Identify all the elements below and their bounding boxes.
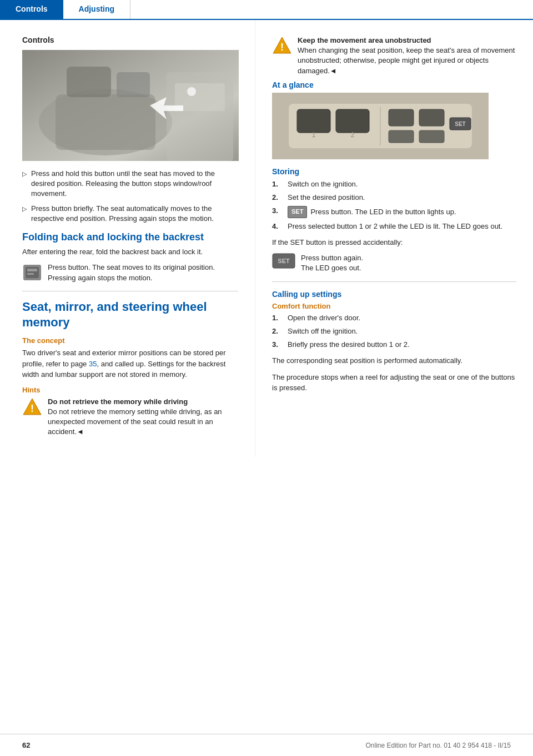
at-glance-heading: At a glance <box>272 80 516 89</box>
movement-warning-text: Keep the movement area unobstructed When… <box>298 36 516 76</box>
step-3: 3. SET Press button. The LED in the butt… <box>272 206 516 218</box>
footer-text: Online Edition for Part no. 01 40 2 954 … <box>365 742 511 749</box>
fold-info-text: Press button. The seat moves to its orig… <box>48 263 238 283</box>
comfort-text-1: The corresponding seat position is perfo… <box>272 355 516 366</box>
main-content: Controls <box>0 20 533 457</box>
calling-heading: Calling up settings <box>272 290 516 299</box>
svg-rect-23 <box>389 109 414 126</box>
set-button-image: SET <box>288 206 307 218</box>
warning-triangle-icon: ! <box>22 397 42 417</box>
seat-memory-heading: Seat, mirror, and steering wheel memory <box>22 299 238 331</box>
fold-info-box: Press button. The seat moves to its orig… <box>22 263 238 283</box>
comfort-heading: Comfort function <box>272 302 516 310</box>
svg-rect-13 <box>27 273 34 275</box>
set-button-box: SET Press button again. The LED goes out… <box>272 253 516 273</box>
comfort-steps: 1. Open the driver's door. 2. Switch off… <box>272 313 516 350</box>
svg-rect-26 <box>419 130 444 143</box>
svg-text:1: 1 <box>312 131 316 139</box>
page-number: 62 <box>22 741 30 749</box>
warning-triangle-icon-2: ! <box>272 36 292 56</box>
hints-heading: Hints <box>22 386 238 394</box>
svg-rect-12 <box>27 269 37 271</box>
svg-text:!: ! <box>280 42 284 53</box>
svg-point-7 <box>187 87 196 96</box>
svg-rect-3 <box>56 94 155 150</box>
car-interior-image <box>22 50 239 161</box>
page-link[interactable]: 35 <box>89 360 97 368</box>
info-icon <box>22 264 42 281</box>
svg-rect-9 <box>117 72 150 97</box>
movement-warning-box: ! Keep the movement area unobstructed Wh… <box>272 36 516 76</box>
comfort-text-2: The procedure stops when a reel for adju… <box>272 372 516 394</box>
set-box-text: Press button again. The LED goes out. <box>301 253 363 273</box>
comfort-step-1: 1. Open the driver's door. <box>272 313 516 323</box>
comfort-step-3: 3. Briefly press the desired button 1 or… <box>272 340 516 350</box>
concept-text: Two driver's seat and exterior mirror po… <box>22 347 238 380</box>
bullet-list: Press and hold this button until the sea… <box>22 169 238 224</box>
storing-heading: Storing <box>272 167 516 176</box>
page-footer: 62 Online Edition for Part no. 01 40 2 9… <box>0 734 533 756</box>
hints-warning-box: ! Do not retrieve the memory while drivi… <box>22 397 238 437</box>
svg-rect-21 <box>336 109 369 133</box>
bullet-item-2: Press button briefly. The seat automatic… <box>22 204 238 224</box>
controls-section-title: Controls <box>22 36 238 44</box>
hints-warning-text: Do not retrieve the memory while driving… <box>48 397 238 437</box>
left-column: Controls <box>0 20 255 457</box>
comfort-step-2: 2. Switch off the ignition. <box>272 326 516 336</box>
step-4: 4. Press selected button 1 or 2 while th… <box>272 221 516 231</box>
svg-rect-25 <box>389 130 414 143</box>
svg-rect-24 <box>419 109 444 126</box>
step-2: 2. Set the desired position. <box>272 193 516 203</box>
step-1: 1. Switch on the ignition. <box>272 179 516 189</box>
top-navigation: Controls Adjusting <box>0 0 533 20</box>
svg-text:2: 2 <box>351 131 355 139</box>
seat-panel-image: SET 1 2 <box>272 93 489 159</box>
fold-text: After entering the rear, fold the backre… <box>22 246 238 258</box>
nav-controls[interactable]: Controls <box>0 0 63 19</box>
nav-adjusting[interactable]: Adjusting <box>63 0 131 19</box>
svg-rect-8 <box>67 67 111 97</box>
svg-text:SET: SET <box>455 121 465 127</box>
set-btn-visual: SET <box>272 253 295 270</box>
svg-rect-20 <box>297 109 330 133</box>
right-column: ! Keep the movement area unobstructed Wh… <box>255 20 533 457</box>
concept-heading: The concept <box>22 336 238 345</box>
if-set-text: If the SET button is pressed accidentall… <box>272 237 516 248</box>
bullet-item-1: Press and hold this button until the sea… <box>22 169 238 199</box>
storing-steps: 1. Switch on the ignition. 2. Set the de… <box>272 179 516 231</box>
svg-text:SET: SET <box>278 258 290 264</box>
svg-text:!: ! <box>31 403 34 414</box>
fold-heading: Folding back and locking the backrest <box>22 231 238 243</box>
